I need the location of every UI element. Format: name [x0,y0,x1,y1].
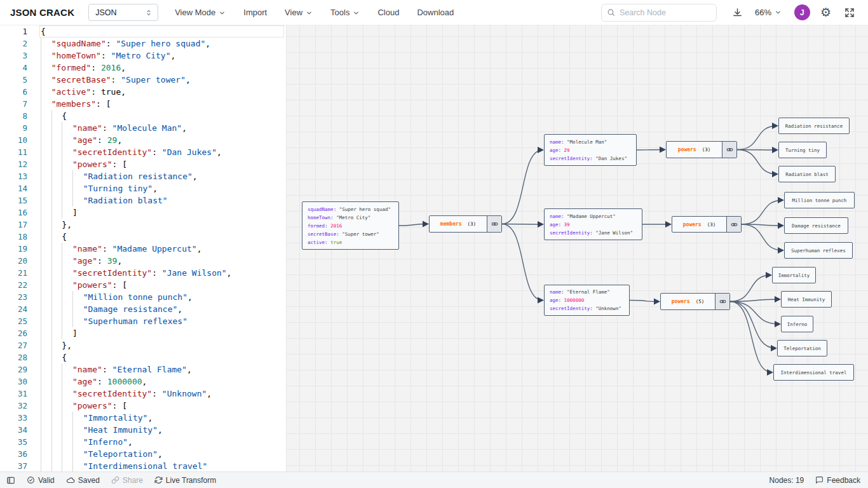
json-editor[interactable]: 1234567891011121314151617181920212223242… [0,25,286,471]
code-line[interactable]: { [41,25,277,37]
fullscreen-button[interactable] [840,3,859,22]
line-number: 2 [0,37,32,50]
expand-collapse-link-button[interactable] [487,216,501,232]
graph-node-p1[interactable]: powers(3) [666,141,737,158]
graph-node-l6[interactable]: Superhuman reflexes [784,242,853,259]
nodes-count: Nodes: 19 [770,476,804,485]
feedback-button[interactable]: Feedback [815,476,860,485]
menu-cloud[interactable]: Cloud [377,8,399,17]
graph-node-l1[interactable]: Radiation resistance [778,118,850,134]
graph-node-p3[interactable]: powers(5) [660,293,730,310]
leaf-node-text: Inferno [787,322,808,327]
graph-node-members[interactable]: members(3) [429,215,502,233]
code-line[interactable]: "secretIdentity": "Dan Jukes", [41,146,277,158]
code-line[interactable]: "Radiation resistance", [41,170,277,182]
graph-node-l7[interactable]: Immortality [772,267,816,283]
editor-code-area[interactable]: { "squadName": "Super hero squad", "home… [41,25,277,471]
graph-node-p2[interactable]: powers(3) [672,216,742,233]
indent-guide [51,182,62,194]
code-line[interactable]: }, [41,339,277,351]
graph-node-l10[interactable]: Teleportation [777,340,827,356]
expand-collapse-link-button[interactable] [715,294,729,309]
code-line[interactable]: "Superhuman reflexes" [41,315,277,327]
saved-status[interactable]: Saved [66,476,100,485]
select-updown-icon [145,9,153,17]
code-line[interactable]: "age": 1000000, [41,376,277,388]
settings-gear-icon[interactable]: ⚙ [820,6,831,18]
code-line[interactable]: "powers": [ [41,279,277,291]
indent-guide [41,279,51,291]
node-row: homeTown: "Metro City" [308,214,393,222]
search-node-box[interactable] [601,4,717,22]
graph-node-root[interactable]: squadName: "Super hero squad"homeTown: "… [302,201,399,250]
code-line[interactable]: ] [41,327,277,339]
code-line[interactable]: "Million tonne punch", [41,291,277,303]
code-line[interactable]: "Damage resistance", [41,303,277,315]
code-line[interactable]: "name": "Madame Uppercut", [41,243,277,255]
code-line[interactable]: "secretBase": "Super tower", [41,74,277,86]
code-line[interactable]: "age": 29, [41,134,277,146]
graph-node-m1[interactable]: name: "Molecule Man"age: 29secretIdentit… [544,134,637,166]
indent-guide [41,74,51,86]
graph-node-l11[interactable]: Interdimensional travel [773,364,854,381]
indent-guide [41,86,51,98]
code-line[interactable]: { [41,110,277,122]
live-transform-toggle[interactable]: Live Transform [154,476,216,485]
indent-guide [41,303,51,315]
toggle-editor-panel-button[interactable] [6,476,15,485]
code-line[interactable]: "name": "Eternal Flame", [41,363,277,376]
code-line[interactable]: "name": "Molecule Man", [41,122,277,134]
user-avatar[interactable]: J [794,4,810,20]
code-line[interactable]: "Interdimensional travel" [41,460,277,471]
graph-node-m2[interactable]: name: "Madame Uppercut"age: 39secretIden… [544,208,642,240]
download-image-button[interactable] [728,3,747,22]
menu-view-mode[interactable]: View Mode [175,8,226,17]
expand-collapse-link-button[interactable] [722,142,736,158]
code-line[interactable]: "formed": 2016, [41,62,277,74]
code-line[interactable]: "squadName": "Super hero squad", [41,37,277,50]
graph-node-l4[interactable]: Million tonne punch [784,192,855,208]
indent-guide [41,291,51,303]
code-line[interactable]: { [41,351,277,363]
indent-guide [41,194,51,207]
zoom-control[interactable]: 66% [755,8,782,17]
search-input[interactable] [620,8,711,17]
feedback-bubble-icon [815,476,824,484]
code-line[interactable]: "Immortality", [41,412,277,424]
code-line[interactable]: "Turning tiny", [41,182,277,194]
code-line[interactable]: "members": [ [41,98,277,110]
code-line[interactable]: "active": true, [41,86,277,98]
format-select[interactable]: JSON [88,4,158,21]
code-line[interactable]: "Radiation blast" [41,194,277,207]
menu-view[interactable]: View [285,8,313,17]
menu-tools[interactable]: Tools [330,8,360,17]
indent-guide [62,207,72,219]
code-line[interactable]: "powers": [ [41,400,277,412]
code-line[interactable]: "Heat Immunity", [41,424,277,436]
code-line[interactable]: "homeTown": "Metro City", [41,50,277,62]
indent-guide [62,460,72,471]
graph-node-m3[interactable]: name: "Eternal Flame"age: 1000000secretI… [544,285,630,316]
code-line[interactable]: ] [41,207,277,219]
indent-guide [41,219,51,231]
menu-import[interactable]: Import [243,8,267,17]
code-line[interactable]: { [41,231,277,243]
code-line[interactable]: "secretIdentity": "Unknown", [41,388,277,400]
code-line[interactable]: "powers": [ [41,158,277,170]
graph-canvas[interactable]: squadName: "Super hero squad"homeTown: "… [286,25,868,471]
menu-download[interactable]: Download [417,8,454,17]
share-button[interactable]: Share [111,476,143,485]
code-line[interactable]: "secretIdentity": "Jane Wilson", [41,267,277,279]
code-line[interactable]: }, [41,219,277,231]
chevron-down-icon [775,9,782,16]
code-line[interactable]: "age": 39, [41,255,277,267]
graph-node-l2[interactable]: Turning tiny [778,142,827,158]
indent-guide [72,412,83,424]
code-line[interactable]: "Inferno", [41,436,277,448]
graph-node-l5[interactable]: Damage resistance [784,217,848,234]
graph-node-l3[interactable]: Radiation blast [778,166,836,182]
graph-node-l9[interactable]: Inferno [781,316,813,332]
expand-collapse-link-button[interactable] [726,217,741,232]
code-line[interactable]: "Teleportation", [41,448,277,460]
graph-node-l8[interactable]: Heat Immunity [781,291,832,308]
